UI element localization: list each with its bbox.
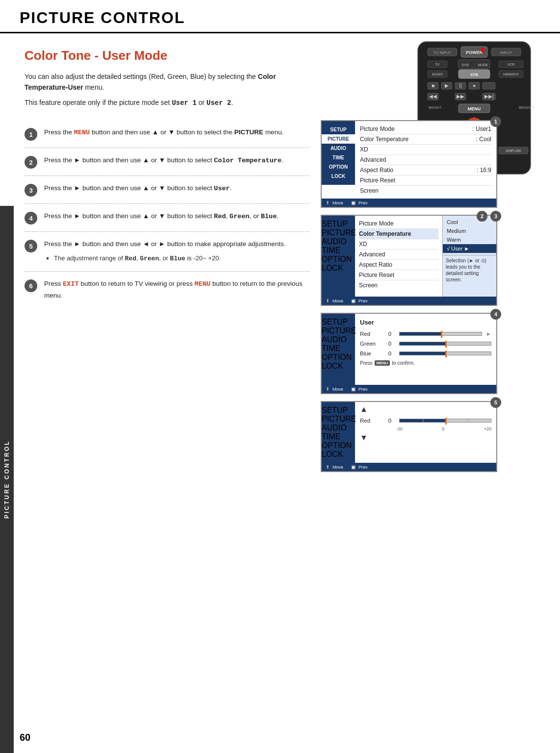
screen-1-footer: ⬆ Move ▣ Prev [322, 199, 496, 207]
screen-4-menu: SETUP PICTURE AUDIO TIME OPTION LOCK [322, 402, 355, 463]
screens-container: 1 SETUP PICTURE AUDIO TIME OPTION LOCK [321, 120, 497, 479]
steps-container: 1 Press the MENU button and then use ▲ o… [25, 120, 309, 479]
step-1: 1 Press the MENU button and then use ▲ o… [25, 120, 309, 148]
step-number-3: 3 [25, 184, 37, 197]
screen-row-ct: Color Temperature: Cool [360, 134, 491, 145]
screen-2-menu: SETUP PICTURE AUDIO TIME OPTION LOCK [322, 216, 355, 297]
screen-5-badge: 5 [490, 397, 501, 408]
step-4: 4 Press the ► button and then use ▲ or ▼… [25, 204, 309, 232]
screen-3-footer: ⬆ Move ▣ Prev [322, 385, 496, 393]
menu-setup: SETUP [322, 125, 355, 134]
step-number-2: 2 [25, 156, 37, 169]
screen-2-content: Picture Mode Color Temperature XD Advanc… [355, 216, 442, 297]
step-number-4: 4 [25, 212, 37, 225]
screen-4-footer: ⬆ Move ▣ Prev [322, 463, 496, 471]
screen-3-content: User Red 0 ► [355, 314, 496, 385]
page-header: PICTURE CONTROL [0, 0, 560, 33]
step-number-6: 6 [25, 279, 37, 292]
screen-row-xd: XD [360, 145, 491, 155]
menu-time: TIME [322, 153, 355, 162]
screen-row-ar: Aspect Ratio: 16:9 [360, 165, 491, 176]
arrow-up: ▲ [360, 405, 491, 414]
screen-2-submenu: Cool Medium Warm √ User ► Selection (► o… [442, 216, 496, 297]
arrow-down: ▼ [360, 433, 491, 442]
page-title: PICTURE CONTROL [20, 9, 540, 27]
intro-paragraph-2: This feature operate only if the picture… [25, 97, 309, 108]
screen-row-pr: Picture Reset [360, 176, 491, 186]
step-5-text: Press the ► button and then use ◄ or ► b… [44, 239, 286, 264]
step-number-5: 5 [25, 240, 37, 252]
screen-5: 5 SETUP PICTURE AUDIO TIME OPTION LOCK [321, 401, 497, 472]
intro-paragraph-1: You can also adjust the detailed setting… [25, 71, 309, 93]
screen-row-adv: Advanced [360, 155, 491, 165]
step-6-text: Press EXIT button to return to TV viewin… [44, 278, 309, 301]
screen-1: 1 SETUP PICTURE AUDIO TIME OPTION LOCK [321, 120, 497, 208]
menu-lock: LOCK [322, 172, 355, 181]
screen-3-badge: 3 [490, 211, 501, 222]
step-5: 5 Press the ► button and then use ◄ or ►… [25, 232, 309, 272]
screen-4-content: ▲ Red 0 [355, 402, 496, 463]
menu-picture: PICTURE [322, 134, 355, 144]
screen-2: 2 3 SETUP PICTURE AUDIO TIME OPTION LOCK [321, 215, 497, 306]
step-3-text: Press the ► button and then use ▲ or ▼ b… [44, 183, 231, 194]
step-4-text: Press the ► button and then use ▲ or ▼ b… [44, 211, 279, 222]
screen-row-scr: Screen [360, 186, 491, 196]
screen-2-footer: ⬆ Move ▣ Prev [322, 297, 496, 305]
screen-1-badge: 1 [490, 116, 501, 127]
screen-2-badge: 2 [477, 211, 487, 222]
screen-4: 4 SETUP PICTURE AUDIO TIME OPTION LOCK U… [321, 313, 497, 394]
screen-1-menu: SETUP PICTURE AUDIO TIME OPTION LOCK [322, 121, 355, 185]
page-number: 60 [20, 732, 30, 743]
section-title: Color Tone - User Mode [25, 48, 309, 63]
step-number-1: 1 [25, 128, 37, 141]
step-1-text: Press the MENU button and then use ▲ or … [44, 127, 283, 138]
screen-row-pm: Picture Mode: User1 [360, 124, 491, 134]
step-2-text: Press the ► button and then use ▲ or ▼ b… [44, 155, 283, 166]
screen-4-badge: 4 [490, 309, 501, 320]
menu-option: OPTION [322, 162, 355, 172]
menu-audio: AUDIO [322, 144, 355, 153]
step-6: 6 Press EXIT button to return to TV view… [25, 272, 309, 308]
screen-1-content: Picture Mode: User1 Color Temperature: C… [355, 121, 496, 199]
screen-3-menu: SETUP PICTURE AUDIO TIME OPTION LOCK [322, 314, 355, 385]
step-2: 2 Press the ► button and then use ▲ or ▼… [25, 148, 309, 176]
step-3: 3 Press the ► button and then use ▲ or ▼… [25, 176, 309, 204]
